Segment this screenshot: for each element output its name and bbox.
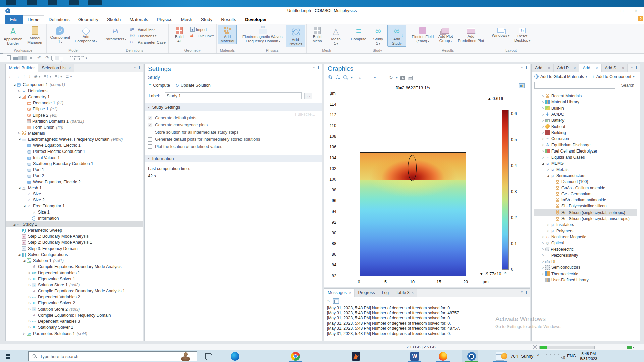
tab-log[interactable]: Log (378, 289, 392, 297)
tree-item[interactable]: ▷Battery (534, 117, 637, 123)
open-arrow-icon[interactable]: ◢ (22, 204, 27, 207)
open-arrow-icon[interactable]: ◢ (546, 174, 550, 177)
electric-field-button[interactable]: Electric Field(emw)▾ (409, 25, 436, 45)
closed-arrow-icon[interactable]: ▷ (546, 168, 550, 171)
closed-arrow-icon[interactable]: ▷ (17, 89, 22, 93)
tree-item[interactable]: ▷Insulators (534, 222, 637, 228)
closed-arrow-icon[interactable]: ▷ (541, 125, 545, 128)
tree-item[interactable]: ▷Eigenvalue Solver 1 (6, 276, 143, 282)
close-tab-icon[interactable]: × (349, 291, 351, 295)
tree-item[interactable]: ▷Thermoelectric (534, 271, 637, 277)
checkbox-store-solution-for[interactable]: Store solution for all intermediate stud… (148, 129, 322, 136)
menu-tab-developer[interactable]: Developer (240, 15, 271, 24)
tree-item[interactable]: Parametric Sweep (6, 227, 143, 233)
open-arrow-icon[interactable]: ◢ (12, 223, 17, 226)
closed-arrow-icon[interactable]: ▷ (541, 101, 545, 104)
tree-item[interactable]: Wave Equation, Electric 2 (6, 179, 143, 185)
run-icon[interactable] (29, 55, 34, 61)
tab-add-p-[interactable]: Add P...× (554, 64, 579, 72)
section-study-settings[interactable]: ▾Study Settings (145, 103, 322, 111)
tree-item[interactable]: Si - Silicon (single-crystal, isotropic) (534, 209, 637, 216)
tree-item[interactable]: GaAs - Gallium arsenide (534, 185, 637, 191)
delete-icon[interactable] (65, 56, 68, 60)
tree-item[interactable]: ▷Eigenvalue Solver 2 (6, 300, 143, 306)
qat-overflow-icon[interactable]: ▾ (86, 56, 87, 60)
chrome-taskbar-icon[interactable] (291, 352, 300, 361)
tray-device-icon[interactable] (546, 354, 551, 358)
tree-item[interactable]: ◢MEMS (534, 160, 637, 166)
chevron-down-icon[interactable]: ▾ (313, 66, 315, 69)
start-button[interactable] (0, 350, 16, 362)
pin-icon[interactable] (525, 291, 528, 294)
close-tab-icon[interactable]: × (412, 291, 414, 295)
windows-button[interactable]: Windows▾ (489, 25, 512, 39)
tab-add-[interactable]: Add...× (579, 64, 601, 72)
compute-button[interactable]: Compute (348, 25, 369, 42)
sort-desc-icon[interactable]: ≡↓ ▾ (55, 74, 62, 79)
tab-selection-list[interactable]: Selection List× (38, 64, 74, 72)
deselect-icon[interactable] (75, 56, 79, 60)
menu-tab-results[interactable]: Results (217, 15, 240, 24)
back-icon[interactable]: ← (8, 74, 12, 79)
tree-item[interactable]: Perfect Electric Conductor 1 (6, 148, 143, 155)
tree-item[interactable]: ◢Semiconductors (534, 173, 637, 179)
tree-item[interactable]: ▷Built-in (534, 105, 637, 111)
move-up-icon[interactable]: ↑ (23, 74, 25, 79)
closed-arrow-icon[interactable]: ▷ (541, 260, 545, 263)
minimize-button[interactable]: — (601, 7, 614, 15)
menu-tab-study[interactable]: Study (197, 15, 217, 24)
open-icon[interactable] (13, 57, 18, 60)
closed-arrow-icon[interactable]: ▷ (27, 284, 32, 287)
closed-arrow-icon[interactable]: ▷ (541, 272, 545, 275)
close-tab-icon[interactable]: × (574, 66, 576, 70)
tree-item[interactable]: ▷Optical (534, 240, 637, 246)
material-search-input[interactable] (534, 82, 615, 89)
pin-icon[interactable] (317, 66, 320, 69)
menu-tab-materials[interactable]: Materials (125, 15, 152, 24)
reset-desktop-button[interactable]: ResetDesktop▾ (512, 25, 533, 44)
tree-item[interactable]: ▷Corrosion (534, 136, 637, 142)
checkbox-icon[interactable] (148, 144, 152, 149)
tree-item[interactable]: Wave Equation, Electric 1 (6, 142, 143, 148)
action-center-icon[interactable] (604, 354, 609, 358)
tree-item[interactable]: ▷Fuel Cell and Electrolyzer (534, 148, 637, 154)
comsol-taskbar-icon[interactable] (467, 352, 476, 361)
sphere-app-taskbar-icon[interactable] (382, 352, 390, 361)
closed-arrow-icon[interactable]: ▷ (27, 271, 32, 274)
closed-arrow-icon[interactable]: ▷ (22, 332, 27, 335)
closed-arrow-icon[interactable]: ▷ (541, 254, 545, 257)
checkbox-generate-default-plots[interactable]: Generate default plots for intermediatel… (148, 136, 322, 143)
checkbox-plot-the-location[interactable]: Plot the location of undefined values (148, 143, 322, 150)
open-arrow-icon[interactable]: ◢ (17, 253, 22, 256)
tree-item[interactable]: Compile Equations: Boundary Mode Analysi… (6, 264, 143, 270)
tree-item[interactable]: ▷Materials (6, 130, 143, 136)
move-down-icon[interactable]: ↓ (29, 74, 31, 79)
tree-item[interactable]: ▷Definitions (6, 88, 143, 94)
search-highlight-animal-image[interactable] (180, 352, 191, 361)
compute-button[interactable]: =Compute (149, 83, 170, 88)
tree-item[interactable]: Size (6, 191, 143, 197)
tree-item[interactable]: Step 3: Frequency Domain (6, 246, 143, 252)
tree-item[interactable]: Size 2 (6, 197, 143, 203)
closed-arrow-icon[interactable]: ▷ (541, 119, 545, 122)
tree-item[interactable]: ▷Building (534, 130, 637, 136)
closed-arrow-icon[interactable]: ▷ (541, 95, 545, 98)
tree-item[interactable]: ▷Polymers (534, 228, 637, 234)
parameter-case-button[interactable]: Parameter Case (129, 39, 167, 45)
tree-item[interactable]: ▷Parametric Solutions 1(sol4) (6, 330, 143, 337)
close-button[interactable]: × (629, 7, 643, 15)
menu-tab-physics[interactable]: Physics (152, 15, 177, 24)
application-builder-button[interactable]: ApplicationBuilder (1, 25, 25, 47)
menu-tab-mesh[interactable]: Mesh (177, 15, 197, 24)
tree-item[interactable]: InSb - Indium antimonide (534, 197, 637, 203)
closed-arrow-icon[interactable]: ▷ (541, 266, 545, 269)
add-material-button[interactable]: ↓AddMaterial (218, 25, 237, 44)
add-predefined-plot-button[interactable]: ↓AddPredefined Plot (455, 25, 487, 44)
tree-item[interactable]: Form Union(fin) (6, 124, 143, 130)
cancel-icon[interactable]: ✕ (533, 345, 537, 349)
closed-arrow-icon[interactable]: ▷ (27, 296, 32, 299)
tree-item[interactable]: ▷Recent Materials (534, 93, 637, 99)
show-icon[interactable]: ◉ ▾ (34, 74, 41, 79)
chevron-down-icon[interactable]: ▾ (521, 290, 523, 294)
tab-messages[interactable]: Messages× (324, 289, 355, 297)
